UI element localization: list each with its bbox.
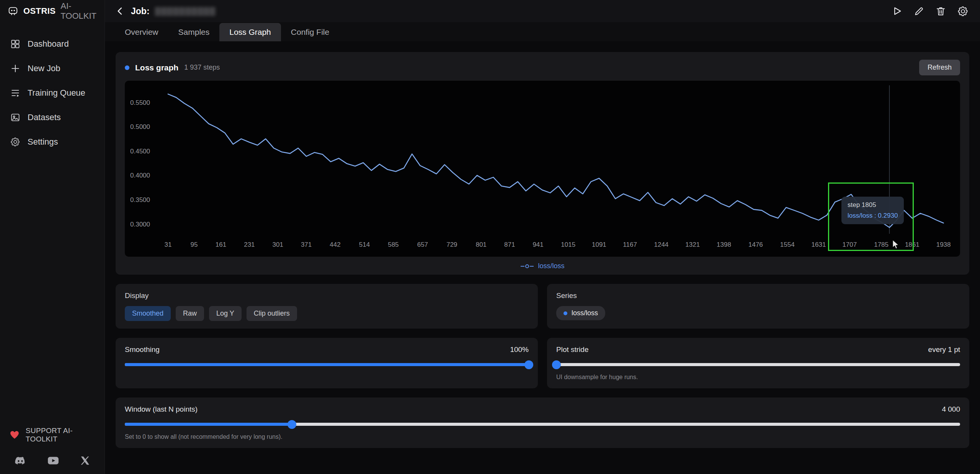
window-label: Window (last N points) [125,405,198,414]
loss-chart[interactable]: 0.55000.50000.45000.40000.35000.30003195… [125,81,960,257]
display-label: Display [125,292,529,300]
support-label: SUPPORT AI-TOOLKIT [26,427,95,443]
window-note: Set to 0 to show all (not recommended fo… [125,433,960,440]
x-tick-label: 1398 [717,241,731,248]
x-tick-label: 1554 [780,241,795,248]
sidebar-item-datasets[interactable]: Datasets [0,107,105,128]
loss-graph-card: Loss graph 1 937 steps Refresh 0.55000.5… [116,52,969,275]
window-card: Window (last N points) 4 000 Set to 0 to… [116,397,969,448]
brand-name: OSTRIS [23,6,56,16]
window-slider[interactable] [125,420,960,429]
ostris-logo-icon [8,6,18,16]
job-name-redacted: ▒▒▒▒▒▒▒▒▒▒ [155,7,216,16]
datasets-icon [10,112,21,123]
x-tick-label: 729 [446,241,457,248]
sidebar-item-label: New Job [28,64,60,73]
sidebar-item-label: Dashboard [28,39,69,49]
sidebar-item-training-queue[interactable]: Training Queue [0,83,105,103]
loss-line [168,94,944,228]
tab-loss-graph[interactable]: Loss Graph [219,23,281,41]
plot-stride-slider[interactable] [556,360,960,369]
display-option-smoothed[interactable]: Smoothed [125,306,171,321]
smoothing-slider[interactable] [125,360,529,369]
brand[interactable]: OSTRIS AI-TOOLKIT [0,0,105,22]
plot-stride-label: Plot stride [556,345,588,354]
refresh-button[interactable]: Refresh [919,60,960,75]
gear-icon [10,137,21,147]
x-tick-label: 941 [532,241,543,248]
x-tick-label: 1091 [592,241,606,248]
x-tick-label: 585 [388,241,399,248]
support-link[interactable]: SUPPORT AI-TOOLKIT [0,421,105,449]
social-links [0,449,105,469]
main-area: Job: ▒▒▒▒▒▒▒▒▒▒ Overview Samples [105,0,980,474]
sidebar-bottom: SUPPORT AI-TOOLKIT [0,417,105,474]
sidebar-item-dashboard[interactable]: Dashboard [0,34,105,54]
x-tick-label: 801 [476,241,487,248]
y-tick-label: 0.4000 [130,172,150,179]
queue-icon [10,88,21,98]
x-tick-label: 95 [190,241,198,248]
series-chip-label: loss/loss [572,309,598,317]
x-tick-label: 1476 [748,241,763,248]
y-tick-label: 0.5000 [130,123,150,130]
plus-icon [10,63,21,74]
youtube-icon[interactable] [47,456,59,465]
series-chip-loss[interactable]: loss/loss [556,306,605,320]
display-option-clip-outliers[interactable]: Clip outliers [247,306,297,321]
heart-icon [9,430,20,440]
display-option-raw[interactable]: Raw [176,306,204,321]
dashboard-icon [10,39,21,49]
legend-label: loss/loss [538,262,564,270]
y-tick-label: 0.4500 [130,148,150,155]
series-color-dot [125,65,129,70]
x-tick-label: 1938 [936,241,951,248]
series-card: Series loss/loss [547,284,969,329]
x-tick-label: 31 [164,241,172,248]
display-card: Display Smoothed Raw Log Y Clip outliers [116,284,538,329]
graph-title: Loss graph [135,63,178,72]
steps-count: 1 937 steps [184,64,220,72]
y-tick-label: 0.5500 [130,99,150,106]
sidebar-item-label: Training Queue [28,88,85,98]
plot-stride-slider-thumb[interactable] [552,360,561,369]
legend-item-loss[interactable]: loss/loss [116,257,969,275]
display-option-logy[interactable]: Log Y [209,306,242,321]
window-slider-thumb[interactable] [287,420,296,429]
back-button[interactable] [115,6,126,16]
y-tick-label: 0.3500 [130,196,150,204]
window-value: 4 000 [942,405,960,414]
x-tick-label: 514 [359,241,370,248]
sidebar-nav: Dashboard New Job Training Queue Dataset… [0,22,105,152]
x-tick-label: 1015 [561,241,575,248]
y-tick-label: 0.3000 [130,221,150,228]
x-tick-label: 1785 [874,241,889,248]
x-tick-label: 871 [504,241,515,248]
tab-config-file[interactable]: Config File [281,23,339,41]
x-icon[interactable] [80,456,90,466]
smoothing-slider-thumb[interactable] [524,360,533,369]
sidebar-item-new-job[interactable]: New Job [0,58,105,79]
topbar: Job: ▒▒▒▒▒▒▒▒▒▒ [105,0,980,22]
tabbar: Overview Samples Loss Graph Config File [105,22,980,41]
x-tick-label: 371 [301,241,312,248]
series-chip-dot [564,311,567,315]
sidebar-item-settings[interactable]: Settings [0,132,105,152]
settings-gear-icon[interactable] [957,6,969,17]
x-tick-label: 442 [330,241,340,248]
x-tick-label: 1321 [685,241,700,248]
delete-icon[interactable] [936,6,946,16]
brand-suffix: AI-TOOLKIT [60,1,97,21]
chart-zone: 0.55000.50000.45000.40000.35000.30003195… [125,81,960,257]
sidebar-item-label: Datasets [28,112,61,122]
tab-overview[interactable]: Overview [115,23,168,41]
start-job-icon[interactable] [892,6,902,16]
x-tick-label: 161 [216,241,226,248]
x-tick-label: 1244 [654,241,668,248]
app-root: OSTRIS AI-TOOLKIT Dashboard New Job T [0,0,980,474]
tab-samples[interactable]: Samples [168,23,220,41]
sidebar: OSTRIS AI-TOOLKIT Dashboard New Job T [0,0,105,474]
discord-icon[interactable] [15,456,26,465]
x-tick-label: 1707 [842,241,857,248]
edit-icon[interactable] [914,6,924,16]
